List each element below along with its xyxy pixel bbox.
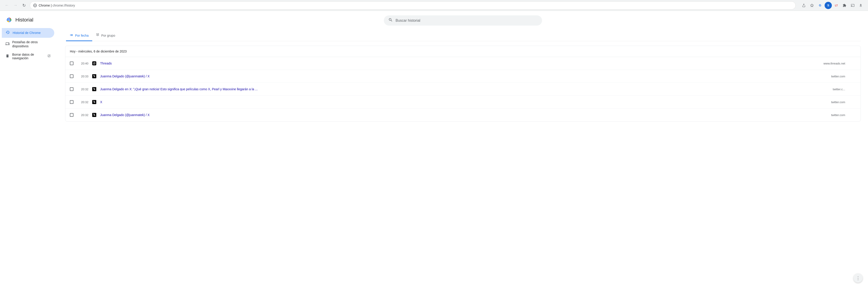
date-section: Hoy - miércoles, 6 de diciembre de 2023 … (65, 46, 861, 121)
page-title: Historial (16, 17, 33, 23)
tab-date-icon (70, 33, 73, 38)
history-list: 20:40 @ Threads www.threads.net ⋮ 20:33 … (65, 57, 861, 121)
history-item[interactable]: 20:32 𝕏 X twitter.com ⋮ (65, 96, 861, 109)
sidebar-item-chrome-history-label: Historial de Chrome (13, 31, 41, 35)
address-path: chrome://history (53, 4, 75, 7)
item-favicon: @ (92, 61, 96, 66)
history-icon (5, 30, 10, 35)
history-item[interactable]: 20:40 @ Threads www.threads.net ⋮ (65, 57, 861, 70)
item-domain: twitter.com (831, 100, 845, 104)
item-title[interactable]: X (100, 100, 826, 104)
clear-data-label: Borrar datos de navegación (12, 53, 46, 60)
address-text: Chrome | chrome://history (39, 4, 75, 7)
reload-button[interactable]: ↻ (21, 2, 27, 8)
item-checkbox[interactable] (70, 75, 73, 78)
devices-icon (5, 41, 9, 47)
item-title[interactable]: Juanma Delgado en X: "¡Qué gran noticia!… (100, 87, 827, 91)
site-security-icon (33, 4, 37, 7)
item-domain: twitter.com (831, 113, 845, 117)
sidebar: Historial Historial de Chrome Pestañas d… (0, 11, 58, 288)
item-title[interactable]: Juanma Delgado (@juanmatek) / X (100, 113, 826, 117)
x-favicon: 𝕏 (92, 87, 96, 91)
search-icon (388, 18, 393, 23)
translate-button[interactable]: G (816, 2, 824, 9)
sidebar-header: Historial (2, 15, 56, 28)
forward-button[interactable]: → (12, 2, 19, 8)
item-checkbox[interactable] (70, 113, 73, 117)
x-favicon: 𝕏 (92, 100, 96, 104)
item-favicon: 𝕏 (92, 87, 96, 91)
item-favicon: 𝕏 (92, 74, 96, 79)
tab-group-label: Por grupo (101, 34, 115, 37)
cast-button[interactable] (849, 2, 856, 9)
share-button[interactable] (800, 2, 807, 9)
sidebar-item-other-devices[interactable]: Pestañas de otros dispositivos (2, 38, 54, 51)
chrome-logo (5, 16, 13, 24)
history-item[interactable]: 20:32 𝕏 Juanma Delgado (@juanmatek) / X … (65, 109, 861, 121)
app-layout: Historial Historial de Chrome Pestañas d… (0, 11, 868, 288)
item-checkbox[interactable] (70, 61, 73, 65)
search-bar (384, 16, 542, 26)
history-item[interactable]: 20:32 𝕏 Juanma Delgado en X: "¡Qué gran … (65, 83, 861, 96)
toolbar-right: G S LT (800, 2, 864, 9)
profile-button[interactable]: S (825, 2, 832, 9)
item-time: 20:32 (77, 88, 88, 91)
sidebar-nav: Historial de Chrome Pestañas de otros di… (2, 28, 56, 51)
sidebar-item-chrome-history[interactable]: Historial de Chrome (2, 28, 54, 38)
item-domain: twitter.c... (833, 88, 845, 91)
floating-menu-button[interactable]: ⋮ (854, 273, 863, 283)
nav-buttons: ← → ↻ (4, 2, 27, 8)
clear-data-left: Borrar datos de navegación (5, 53, 46, 60)
tabs-row: Por fecha Por grupo (66, 31, 861, 41)
history-item[interactable]: 20:33 𝕏 Juanma Delgado (@juanmatek) / X … (65, 70, 861, 83)
item-domain: twitter.com (831, 75, 845, 78)
tab-by-group[interactable]: Por grupo (92, 31, 119, 41)
x-favicon: 𝕏 (92, 113, 96, 117)
bookmark-button[interactable] (808, 2, 815, 9)
item-title[interactable]: Juanma Delgado (@juanmatek) / X (100, 75, 826, 78)
address-bar[interactable]: Chrome | chrome://history (30, 1, 796, 9)
tab-by-date[interactable]: Por fecha (66, 31, 92, 41)
item-title[interactable]: Threads (100, 61, 818, 65)
back-button[interactable]: ← (4, 2, 10, 8)
tab-date-label: Por fecha (75, 34, 89, 37)
browser-toolbar: ← → ↻ Chrome | chrome://history G S (0, 0, 868, 11)
search-container (384, 16, 542, 26)
item-favicon: 𝕏 (92, 113, 96, 117)
tab-group-icon (96, 33, 99, 38)
date-header: Hoy - miércoles, 6 de diciembre de 2023 (65, 46, 861, 57)
item-time: 20:32 (77, 100, 88, 104)
item-time: 20:33 (77, 75, 88, 78)
grammarly-button[interactable]: LT (833, 2, 840, 9)
external-link-icon (48, 54, 51, 58)
search-input[interactable] (396, 19, 537, 23)
x-favicon: 𝕏 (92, 74, 96, 78)
item-checkbox[interactable] (70, 100, 73, 104)
main-content: Por fecha Por grupo Hoy - miércoles, 6 d… (58, 11, 868, 288)
sidebar-item-clear-data[interactable]: Borrar datos de navegación (2, 51, 54, 62)
item-time: 20:40 (77, 62, 88, 65)
sidebar-item-other-devices-label: Pestañas de otros dispositivos (12, 40, 51, 48)
item-time: 20:32 (77, 113, 88, 117)
trash-icon (5, 54, 9, 59)
svg-point-8 (8, 19, 10, 21)
item-checkbox[interactable] (70, 87, 73, 91)
address-domain: Chrome (39, 4, 50, 7)
item-domain: www.threads.net (824, 62, 845, 65)
download-button[interactable] (857, 2, 864, 9)
svg-marker-4 (810, 4, 813, 7)
threads-favicon: @ (92, 61, 96, 65)
extensions-button[interactable] (841, 2, 848, 9)
item-favicon: 𝕏 (92, 100, 96, 104)
